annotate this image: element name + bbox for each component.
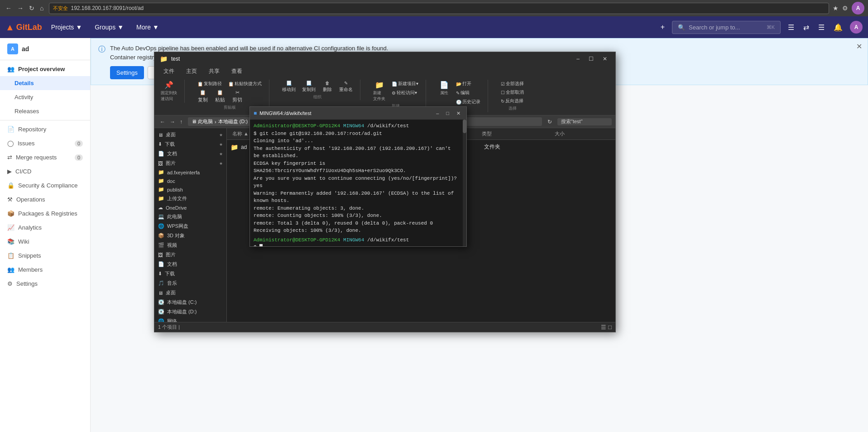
- banner-close-button[interactable]: ✕: [856, 42, 862, 51]
- address-back-button[interactable]: ←: [158, 118, 167, 126]
- exp-sidebar-wps[interactable]: 🌐WPS网盘: [154, 221, 226, 231]
- address-forward-button[interactable]: →: [168, 118, 177, 126]
- search-bar[interactable]: 🔍 Search or jump to... ⌘K: [672, 21, 781, 34]
- sidebar-item-releases[interactable]: Releases: [0, 104, 90, 118]
- ribbon-btn-deselect-all[interactable]: ☐全部取消: [498, 88, 527, 96]
- exp-sidebar-folder-publish[interactable]: 📁publish: [154, 185, 226, 194]
- sidebar-item-analytics[interactable]: 📈 Analytics: [0, 221, 90, 235]
- ribbon-tab-share[interactable]: 共享: [203, 66, 225, 78]
- ribbon-group-pin: 📌 固定到快速访问: [158, 80, 185, 103]
- sidebar-item-security[interactable]: 🔒 Security & Compliance: [0, 178, 90, 192]
- explorer-close-button[interactable]: ✕: [600, 55, 610, 63]
- exp-sidebar-drive-d[interactable]: 💽本地磁盘 (D:): [154, 307, 226, 317]
- exp-sidebar-folder-doc[interactable]: 📁doc: [154, 177, 226, 185]
- ribbon-btn-pin[interactable]: 📌 固定到快速访问: [158, 80, 180, 103]
- settings-button[interactable]: Settings: [110, 66, 144, 79]
- address-bar[interactable]: 不安全 192.168.200.167:8091/root/ad: [49, 3, 829, 14]
- terminal-close-button[interactable]: ✕: [454, 110, 463, 117]
- explorer-maximize-button[interactable]: ☐: [586, 55, 596, 63]
- grid-view-button[interactable]: □: [608, 324, 612, 331]
- ribbon-tab-home[interactable]: 主页: [181, 66, 202, 78]
- exp-sidebar-this-pc[interactable]: 💻此电脑: [154, 212, 226, 221]
- exp-sidebar-desktop[interactable]: 🖥桌面★: [154, 130, 226, 139]
- exp-sidebar-documents[interactable]: 📄文档★: [154, 149, 226, 158]
- ribbon-btn-properties[interactable]: 📄 属性: [436, 80, 452, 106]
- merge-requests-icon[interactable]: ⇄: [801, 21, 811, 34]
- sidebar-item-packages[interactable]: 📦 Packages & Registries: [0, 206, 90, 221]
- user-avatar[interactable]: A: [850, 21, 863, 34]
- ribbon-btn-copy-to[interactable]: 📃复制到: [299, 80, 318, 94]
- sidebar-item-operations[interactable]: ⚒ Operations: [0, 192, 90, 206]
- sidebar-item-repository[interactable]: 📄 Repository: [0, 122, 90, 136]
- ribbon-btn-history[interactable]: 🕐历史记录: [453, 98, 483, 106]
- address-refresh-button[interactable]: ↻: [546, 118, 554, 126]
- ribbon-tab-file[interactable]: 文件: [158, 66, 180, 78]
- bookmarks-button[interactable]: ★: [833, 5, 839, 12]
- ribbon-btn-invert-select[interactable]: ↻反向选择: [498, 97, 527, 105]
- add-icon[interactable]: +: [659, 21, 667, 33]
- sidebar-item-snippets[interactable]: 📋 Snippets: [0, 249, 90, 263]
- explorer-minimize-button[interactable]: –: [574, 55, 582, 63]
- extensions-button[interactable]: ⚙: [842, 5, 848, 12]
- refresh-button[interactable]: ↻: [27, 4, 36, 13]
- exp-sidebar-network[interactable]: 🌐网络: [154, 317, 226, 322]
- sidebar-item-wiki[interactable]: 📚 Wiki: [0, 235, 90, 249]
- ribbon-btn-paste-shortcut[interactable]: 📋粘贴快捷方式: [225, 80, 264, 88]
- terminal-maximize-button[interactable]: □: [444, 110, 451, 117]
- exp-sidebar-drive-c[interactable]: 💽本地磁盘 (C:): [154, 298, 226, 307]
- col-header-type[interactable]: 类型: [480, 129, 553, 139]
- projects-nav-link[interactable]: Projects ▼: [48, 22, 86, 33]
- ribbon-btn-delete[interactable]: 🗑删除: [319, 80, 336, 94]
- todo-icon[interactable]: ☰: [786, 21, 796, 34]
- terminal-minimize-button[interactable]: –: [434, 110, 441, 117]
- exp-sidebar-folder-ad[interactable]: 📁ad.fxeyeinterfa: [154, 168, 226, 177]
- terminal-body[interactable]: Administrator@DESKTOP-GPD12K4 MINGW64 /d…: [250, 120, 463, 246]
- exp-sidebar-pictures[interactable]: 🖼图片★: [154, 158, 226, 168]
- explorer-search-input[interactable]: [557, 118, 612, 125]
- ribbon-btn-new-folder[interactable]: 📁 新建文件夹: [370, 80, 388, 103]
- exp-sidebar-music[interactable]: 🎵音乐: [154, 278, 226, 288]
- ribbon-tab-view[interactable]: 查看: [226, 66, 248, 78]
- sidebar-item-details[interactable]: Details: [0, 76, 90, 90]
- ribbon-btn-copy-path[interactable]: 📋复制路径: [195, 80, 225, 88]
- ribbon-btn-paste[interactable]: 📋粘贴: [212, 89, 228, 104]
- ribbon-group-clipboard: 📋复制路径 📋粘贴快捷方式 📋复制 📋粘贴: [195, 80, 269, 110]
- ribbon-btn-select-all[interactable]: ☑全部选择: [498, 80, 527, 88]
- home-button[interactable]: ⌂: [38, 4, 45, 13]
- list-view-button[interactable]: ☰: [601, 324, 606, 331]
- sidebar-item-settings[interactable]: ⚙ Settings: [0, 277, 90, 291]
- issues-icon[interactable]: ☰: [816, 21, 826, 34]
- col-header-size[interactable]: 大小: [553, 129, 612, 139]
- notifications-icon[interactable]: 🔔: [832, 21, 844, 34]
- sidebar-item-merge-requests[interactable]: ⇄ Merge requests 0: [0, 150, 90, 164]
- exp-sidebar-downloads2[interactable]: ⬇下载: [154, 269, 226, 278]
- forward-button[interactable]: →: [15, 4, 25, 13]
- sidebar-item-members[interactable]: 👥 Members: [0, 263, 90, 277]
- ribbon-btn-edit[interactable]: ✎编辑: [453, 89, 483, 97]
- sidebar-item-issues[interactable]: ◯ Issues 0: [0, 136, 90, 150]
- exp-sidebar-pictures2[interactable]: 🖼图片: [154, 250, 226, 259]
- exp-sidebar-onedrive[interactable]: ☁OneDrive: [154, 203, 226, 212]
- content-area: ⓘ The Auto DevOps pipeline has been enab…: [91, 38, 868, 432]
- exp-sidebar-documents2[interactable]: 📄文档: [154, 259, 226, 269]
- groups-nav-link[interactable]: Groups ▼: [91, 22, 127, 33]
- ribbon-btn-move[interactable]: 📃移动到: [279, 80, 298, 94]
- sidebar-item-cicd[interactable]: ▶ CI/CD: [0, 164, 90, 178]
- back-button[interactable]: ←: [4, 4, 14, 13]
- exp-sidebar-video[interactable]: 🎬视频: [154, 240, 226, 250]
- more-nav-link[interactable]: More ▼: [133, 22, 163, 33]
- address-up-button[interactable]: ↑: [178, 118, 184, 126]
- ribbon-btn-new-item[interactable]: 📄新建项目▾: [389, 80, 421, 88]
- exp-sidebar-folder-upload[interactable]: 📁上传文件: [154, 194, 226, 203]
- exp-sidebar-desktop2[interactable]: 🖥桌面: [154, 288, 226, 298]
- sidebar-item-project-overview[interactable]: 👥 Project overview: [0, 60, 90, 76]
- sidebar-item-activity[interactable]: Activity: [0, 90, 90, 104]
- ribbon-btn-rename[interactable]: ✎重命名: [336, 80, 355, 94]
- ribbon-btn-copy[interactable]: 📋复制: [195, 89, 211, 104]
- terminal-scrollbar[interactable]: [463, 120, 466, 246]
- exp-sidebar-downloads[interactable]: ⬇下载★: [154, 139, 226, 149]
- ribbon-btn-open[interactable]: 📂打开: [453, 80, 483, 88]
- exp-sidebar-3d[interactable]: 📦3D 对象: [154, 231, 226, 240]
- ribbon-btn-cut[interactable]: ✂剪切: [229, 89, 245, 104]
- ribbon-btn-easy-access[interactable]: ⚙轻松访问▾: [389, 89, 421, 97]
